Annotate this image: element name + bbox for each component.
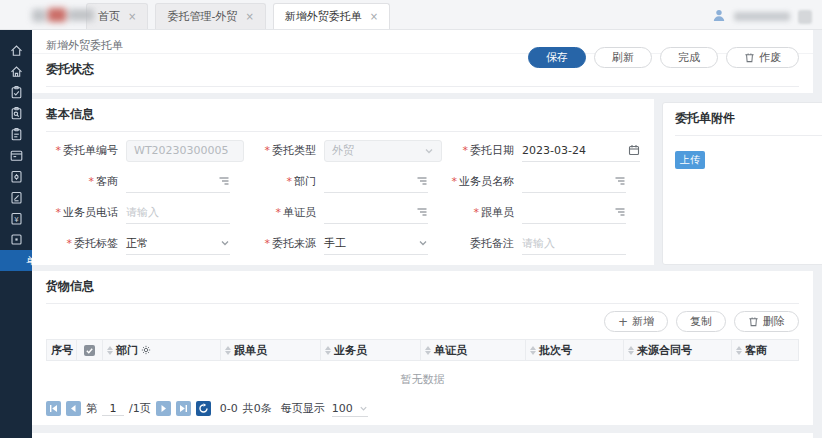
field-label: *跟单员 [442, 205, 514, 220]
per-page-select[interactable]: 100 [332, 400, 368, 417]
gear-icon[interactable] [141, 345, 151, 355]
salesman-phone-input[interactable] [126, 202, 230, 224]
entrust-tag-select[interactable]: 正常 [126, 233, 230, 255]
close-icon[interactable]: × [370, 12, 378, 22]
col-source-contract[interactable]: 来源合同号 [624, 340, 732, 361]
sidebar-item-active[interactable]: 单 [0, 250, 32, 271]
entrust-no-value: WT20230300005 [134, 144, 229, 157]
next-page-button[interactable] [156, 401, 171, 416]
required-mark: * [463, 144, 469, 157]
sidebar-item-4[interactable] [0, 103, 32, 124]
complete-button[interactable]: 完成 [660, 47, 718, 68]
col-customer[interactable]: 客商 [732, 340, 799, 361]
refresh-icon [198, 403, 209, 414]
field-label: *部门 [244, 174, 316, 189]
doc-edit-icon [9, 190, 24, 205]
sidebar-item-9[interactable]: ¥ [0, 208, 32, 229]
sidebar-item-6[interactable] [0, 145, 32, 166]
close-icon[interactable]: × [128, 12, 136, 22]
user-avatar-icon[interactable] [712, 8, 726, 25]
last-page-button[interactable] [176, 401, 191, 416]
required-mark: * [89, 175, 95, 188]
prev-page-button[interactable] [66, 401, 81, 416]
refresh-button[interactable]: 刷新 [594, 47, 652, 68]
col-department[interactable]: 部门 [103, 340, 221, 361]
copy-row-label: 复制 [690, 314, 712, 329]
merchandiser-lookup[interactable] [522, 202, 626, 224]
basic-form: *委托单编号 WT20230300005 *委托类型 外贸 *委托日期 [46, 132, 640, 259]
sidebar-item-2[interactable] [0, 61, 32, 82]
field-entrust-type: *委托类型 外贸 [244, 135, 442, 166]
head-actions: 保存 刷新 完成 作废 [528, 47, 799, 68]
field-label-text: 委托备注 [470, 237, 514, 250]
receipt-icon [9, 232, 24, 247]
discard-button[interactable]: 作废 [726, 47, 799, 68]
required-mark: * [265, 144, 271, 157]
calendar-icon[interactable] [628, 144, 640, 156]
pagination: 第 /1页 0-0 共0条 每页显示 100 [46, 400, 799, 417]
field-label: 委托备注 [442, 236, 514, 251]
delete-row-button[interactable]: 删除 [734, 311, 799, 332]
col-merchandiser-label: 跟单员 [234, 343, 267, 358]
sidebar-item-10[interactable] [0, 229, 32, 250]
field-doc-clerk: *单证员 [244, 197, 442, 228]
save-button-label: 保存 [546, 50, 568, 65]
add-row-button[interactable]: +新增 [604, 311, 668, 332]
field-label: *单证员 [244, 205, 316, 220]
customer-lookup[interactable] [126, 171, 230, 193]
select-all-checkbox[interactable] [84, 345, 95, 356]
entrust-source-select[interactable]: 手工 [324, 233, 428, 255]
lookup-list-icon[interactable] [614, 206, 626, 218]
required-mark: * [265, 237, 271, 250]
attachments-panel: 委托单附件 上传 [662, 102, 822, 265]
reload-table-button[interactable] [196, 401, 211, 416]
sidebar-item-1[interactable] [0, 40, 32, 61]
field-label: *委托来源 [244, 236, 316, 251]
field-label: *客商 [46, 174, 118, 189]
app-menu-icon[interactable] [798, 10, 812, 24]
chevron-down-icon [220, 238, 230, 248]
copy-row-button[interactable]: 复制 [676, 311, 726, 332]
col-merchandiser[interactable]: 跟单员 [221, 340, 321, 361]
sort-icon [736, 346, 742, 355]
complete-button-label: 完成 [678, 50, 700, 65]
upload-button[interactable]: 上传 [675, 151, 705, 169]
first-page-button[interactable] [46, 401, 61, 416]
department-lookup[interactable] [324, 171, 428, 193]
tab-entrust-management[interactable]: 委托管理-外贸 × [155, 3, 265, 29]
sidebar-item-8[interactable] [0, 187, 32, 208]
col-select-all[interactable] [77, 340, 103, 361]
add-row-label: 新增 [632, 314, 654, 329]
doc-clerk-lookup[interactable] [324, 202, 428, 224]
close-icon[interactable]: × [245, 12, 253, 22]
entrust-remark-input[interactable] [522, 233, 626, 255]
sidebar-item-5[interactable] [0, 124, 32, 145]
lookup-list-icon[interactable] [218, 175, 230, 187]
col-doc-clerk[interactable]: 单证员 [421, 340, 526, 361]
page-number-input[interactable] [102, 401, 124, 416]
save-button[interactable]: 保存 [528, 47, 586, 68]
lookup-list-icon[interactable] [416, 175, 428, 187]
tab-home[interactable]: 首页 × [86, 3, 148, 29]
sidebar-item-3[interactable] [0, 82, 32, 103]
salesman-lookup[interactable] [522, 171, 626, 193]
field-label-text: 委托类型 [272, 144, 316, 157]
tab-label: 首页 [98, 9, 120, 24]
sidebar-item-7[interactable] [0, 166, 32, 187]
col-batch-no[interactable]: 批次号 [526, 340, 624, 361]
col-salesman[interactable]: 业务员 [321, 340, 421, 361]
field-label-text: 委托单编号 [63, 144, 118, 157]
orders-section-title: 订单信息 [46, 433, 799, 438]
entrust-no-input: WT20230300005 [126, 140, 244, 162]
discard-button-label: 作废 [759, 50, 781, 65]
card-panel-icon [9, 148, 24, 163]
field-label-text: 跟单员 [481, 206, 514, 219]
entrust-date-input[interactable]: 2023-03-24 [522, 140, 640, 162]
col-seq: 序号 [47, 340, 77, 361]
sort-icon [530, 346, 536, 355]
lookup-list-icon[interactable] [416, 206, 428, 218]
tab-new-entrust-order[interactable]: 新增外贸委托单 × [273, 3, 390, 29]
entrust-tag-value: 正常 [126, 236, 148, 251]
lookup-list-icon[interactable] [614, 175, 626, 187]
entrust-source-value: 手工 [324, 236, 346, 251]
